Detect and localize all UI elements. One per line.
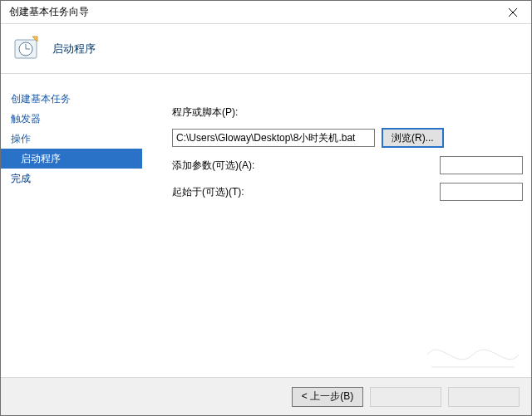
back-button[interactable]: < 上一步(B) — [292, 387, 363, 407]
script-input-wrap: 浏览(R)... — [172, 128, 444, 148]
wizard-header-title: 启动程序 — [52, 42, 96, 56]
startin-label: 起始于(可选)(T): — [172, 185, 330, 199]
script-label-row: 程序或脚本(P): — [172, 105, 523, 120]
browse-button[interactable]: 浏览(R)... — [382, 128, 444, 148]
program-icon — [12, 35, 41, 63]
args-row: 添加参数(可选)(A): — [172, 156, 523, 174]
script-input[interactable] — [172, 129, 375, 147]
close-icon — [509, 8, 517, 17]
window-title: 创建基本任务向导 — [9, 5, 89, 19]
wizard-sidebar: 创建基本任务 触发器 操作 启动程序 完成 — [1, 74, 142, 377]
titlebar: 创建基本任务向导 — [1, 1, 531, 24]
sidebar-item-trigger[interactable]: 触发器 — [1, 109, 142, 129]
sidebar-item-start-program[interactable]: 启动程序 — [1, 149, 142, 169]
sidebar-item-action[interactable]: 操作 — [1, 129, 142, 149]
args-label: 添加参数(可选)(A): — [172, 159, 330, 173]
sidebar-item-finish[interactable]: 完成 — [1, 169, 142, 188]
startin-row: 起始于(可选)(T): — [172, 183, 523, 201]
wizard-content: 程序或脚本(P): 浏览(R)... 添加参数(可选)(A): 起始于(可选)(… — [142, 74, 531, 377]
script-label: 程序或脚本(P): — [172, 105, 280, 120]
wizard-body: 创建基本任务 触发器 操作 启动程序 完成 程序或脚本(P): 浏览(R)...… — [1, 74, 531, 377]
args-input[interactable] — [440, 156, 523, 174]
wizard-header: 启动程序 — [1, 24, 531, 74]
sidebar-item-create-task[interactable]: 创建基本任务 — [1, 89, 142, 109]
wizard-window: 创建基本任务向导 启动程序 创建基本任务 触发器 操作 启动程序 完成 — [0, 0, 532, 416]
script-input-row: 浏览(R)... — [172, 128, 523, 148]
next-button-ghost — [370, 387, 441, 407]
wizard-footer: < 上一步(B) — [1, 377, 531, 415]
cancel-button-ghost — [448, 387, 520, 407]
startin-input[interactable] — [440, 183, 523, 201]
close-button[interactable] — [495, 1, 531, 24]
